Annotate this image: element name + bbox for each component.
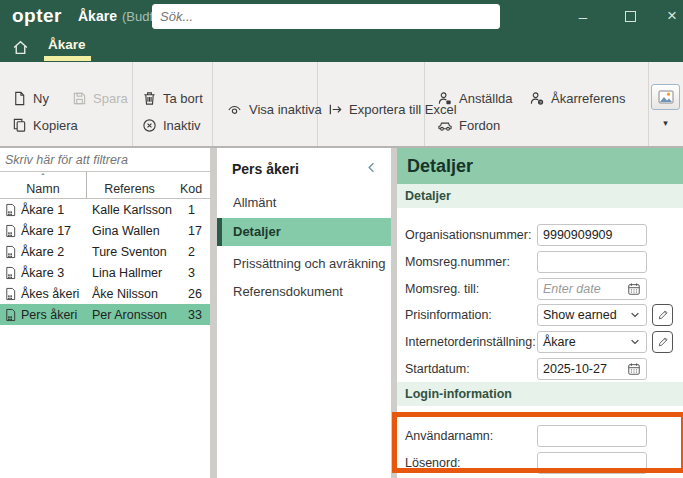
search-input[interactable] — [152, 4, 500, 29]
eye-icon — [226, 102, 243, 117]
nav-item-detaljer[interactable]: Detaljer — [217, 218, 391, 246]
home-icon[interactable] — [12, 39, 29, 56]
anvandarnamn-input[interactable] — [537, 425, 647, 447]
losenord-input[interactable] — [537, 452, 647, 474]
new-page-icon — [12, 91, 27, 106]
momstill-label: Momsreg. till: — [405, 282, 479, 296]
image-dropdown-arrow[interactable]: ▾ — [649, 118, 682, 128]
collapse-panel-icon[interactable] — [364, 160, 379, 175]
save-button[interactable]: Spara — [72, 91, 128, 106]
nav-item-allmant[interactable]: Allmänt — [217, 190, 391, 216]
table-row[interactable]: Åkes åkeri Åke Nilsson 26 — [0, 283, 210, 304]
copy-icon — [12, 118, 27, 133]
column-header-namn[interactable]: ˆ Namn — [0, 172, 87, 198]
new-button[interactable]: Ny — [12, 91, 49, 106]
pencil-icon — [657, 309, 669, 321]
image-icon — [658, 90, 674, 104]
prisinfo-select[interactable]: Show earned — [537, 304, 647, 326]
tab-bar: Åkare — [0, 32, 683, 62]
startdatum-label: Startdatum: — [405, 362, 470, 376]
anvandarnamn-label: Användarnamn: — [405, 429, 493, 443]
close-icon: × — [667, 6, 677, 26]
table-row[interactable]: Åkare 17 Gina Wallen 17 — [0, 220, 210, 241]
minimize-button[interactable]: – — [566, 0, 600, 32]
active-tab-underline — [44, 56, 91, 61]
form-row-internet: Internetorderinställning: Åkare — [397, 331, 683, 353]
internet-select[interactable]: Åkare — [537, 331, 647, 353]
table-row[interactable]: Åkare 3 Lina Hallmer 3 — [0, 262, 210, 283]
toolbar-group-related: Anställda ? Åkarreferens Fordon — [425, 62, 649, 146]
carrier-list-panel: ˆ Namn Referens Kod Åkare 1 Kalle Karlss… — [0, 148, 210, 478]
title-bar: opter Åkare (Budfirman A – × — [0, 0, 683, 32]
toolbar-group-view: Visa inaktiva — [213, 62, 318, 146]
section-header-login: Login-information — [397, 382, 683, 406]
employees-button[interactable]: Anställda — [437, 91, 512, 106]
losenord-label: Lösenord: — [405, 456, 461, 470]
internet-edit-button[interactable] — [652, 331, 673, 353]
momstill-date-input[interactable] — [537, 278, 647, 300]
toolbar-group-export: Exportera till Excel — [318, 62, 425, 146]
company-icon — [4, 287, 17, 301]
trash-icon — [142, 91, 157, 106]
nav-item-referensdokument[interactable]: Referensdokument — [217, 279, 391, 305]
company-icon — [4, 203, 17, 217]
toolbar-group-edit: Ny Spara Kopiera — [0, 62, 133, 146]
delete-button[interactable]: Ta bort — [142, 91, 203, 106]
carrier-nav-panel: Pers åkeri Allmänt Detaljer Prissättning… — [217, 148, 391, 478]
pencil-icon — [657, 336, 669, 348]
prisinfo-label: Prisinformation: — [405, 308, 492, 322]
form-row-startdatum: Startdatum: — [397, 358, 683, 380]
nav-item-prissattning[interactable]: Prissättning och avräkning — [217, 251, 391, 277]
page-title: Detaljer — [397, 148, 683, 184]
form-row-losenord: Lösenord: — [397, 452, 683, 474]
copy-button[interactable]: Kopiera — [12, 118, 78, 133]
form-row-anvandarnamn: Användarnamn: — [397, 425, 683, 447]
column-header-referens[interactable]: Referens — [87, 172, 172, 198]
company-icon — [4, 308, 17, 322]
company-icon — [4, 224, 17, 238]
form-row-orgnr: Organisationsnummer: — [397, 224, 683, 246]
startdatum-date-input[interactable] — [537, 358, 647, 380]
close-button[interactable]: × — [655, 0, 683, 32]
carrier-reference-button[interactable]: ? Åkarreferens — [529, 91, 625, 106]
tab-akare[interactable]: Åkare — [44, 37, 90, 52]
toolbar-group-image: ▾ — [649, 62, 682, 146]
internet-label: Internetorderinställning: — [405, 335, 536, 349]
vehicles-button[interactable]: Fordon — [437, 118, 500, 133]
column-header-kod[interactable]: Kod — [172, 172, 210, 198]
show-inactive-button[interactable]: Visa inaktiva — [226, 102, 322, 117]
details-panel: Detaljer Detaljer Organisationsnummer: M… — [397, 148, 683, 478]
toolbar: Ny Spara Kopiera Ta bort Inaktiv Visa in… — [0, 62, 683, 148]
company-icon — [4, 266, 17, 280]
maximize-button[interactable] — [613, 0, 647, 32]
opter-logo: opter — [12, 5, 62, 27]
form-row-momstill: Momsreg. till: — [397, 278, 683, 300]
company-icon — [4, 245, 17, 259]
filter-input[interactable] — [0, 148, 210, 172]
minimize-icon: – — [579, 8, 587, 25]
toolbar-group-state: Ta bort Inaktiv — [133, 62, 213, 146]
window-title: Åkare — [78, 8, 117, 24]
table-row-selected[interactable]: Pers åkeri Per Aronsson 33 — [0, 304, 210, 325]
maximize-icon — [625, 11, 636, 22]
momsnr-input[interactable] — [537, 251, 647, 273]
car-icon — [437, 118, 453, 133]
form-row-prisinfo: Prisinformation: Show earned — [397, 304, 683, 326]
save-icon — [72, 91, 87, 106]
form-row-momsnr: Momsreg.nummer: — [397, 251, 683, 273]
orgnr-input[interactable] — [537, 224, 647, 246]
orgnr-label: Organisationsnummer: — [405, 228, 531, 242]
nav-carrier-name: Pers åkeri — [232, 161, 299, 177]
table-row[interactable]: Åkare 2 Ture Sventon 2 — [0, 241, 210, 262]
panel-divider[interactable] — [210, 148, 217, 478]
prisinfo-edit-button[interactable] — [652, 304, 673, 326]
image-button[interactable] — [651, 84, 680, 110]
table-row[interactable]: Åkare 1 Kalle Karlsson 1 — [0, 199, 210, 220]
chevron-down-icon — [629, 336, 641, 348]
momsnr-label: Momsreg.nummer: — [405, 255, 510, 269]
export-arrow-icon — [328, 102, 343, 117]
person-tag-icon — [437, 91, 453, 106]
content-area: ˆ Namn Referens Kod Åkare 1 Kalle Karlss… — [0, 148, 683, 478]
person-question-icon: ? — [529, 91, 545, 106]
inactive-button[interactable]: Inaktiv — [142, 118, 201, 133]
